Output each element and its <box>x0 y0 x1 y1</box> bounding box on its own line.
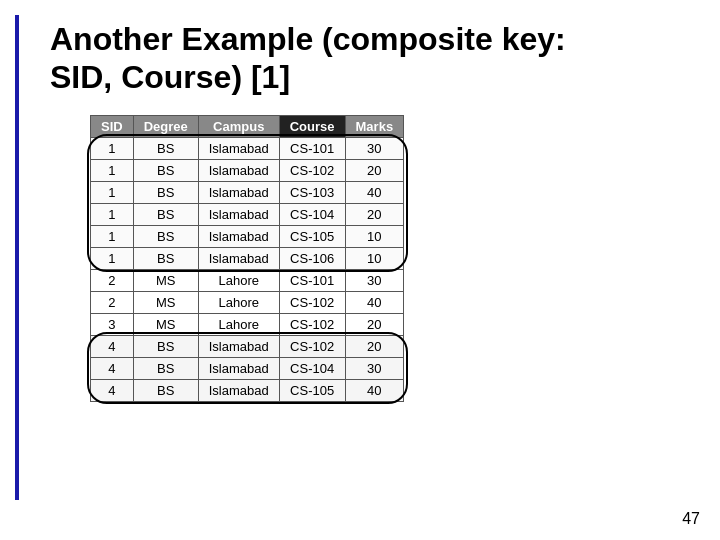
table-row: 1BSIslamabadCS-10130 <box>91 137 404 159</box>
table-row: 1BSIslamabadCS-10610 <box>91 247 404 269</box>
slide-title: Another Example (composite key: SID, Cou… <box>50 20 690 97</box>
cell-course: CS-102 <box>279 335 345 357</box>
cell-sid: 4 <box>91 357 134 379</box>
cell-campus: Islamabad <box>198 203 279 225</box>
header-marks: Marks <box>345 115 404 137</box>
cell-campus: Lahore <box>198 269 279 291</box>
cell-course: CS-105 <box>279 225 345 247</box>
cell-sid: 4 <box>91 335 134 357</box>
table-row: 3MSLahoreCS-10220 <box>91 313 404 335</box>
table-header-row: SID Degree Campus Course Marks <box>91 115 404 137</box>
title-line1: Another Example (composite key: <box>50 21 566 57</box>
cell-marks: 20 <box>345 159 404 181</box>
left-border-decoration <box>15 15 19 500</box>
cell-sid: 1 <box>91 203 134 225</box>
table-row: 1BSIslamabadCS-10340 <box>91 181 404 203</box>
cell-marks: 30 <box>345 357 404 379</box>
table-row: 1BSIslamabadCS-10510 <box>91 225 404 247</box>
cell-sid: 1 <box>91 159 134 181</box>
cell-marks: 30 <box>345 137 404 159</box>
cell-degree: BS <box>133 159 198 181</box>
cell-degree: BS <box>133 181 198 203</box>
header-degree: Degree <box>133 115 198 137</box>
cell-campus: Islamabad <box>198 335 279 357</box>
cell-course: CS-102 <box>279 291 345 313</box>
cell-degree: BS <box>133 247 198 269</box>
cell-marks: 40 <box>345 291 404 313</box>
cell-course: CS-105 <box>279 379 345 401</box>
cell-campus: Islamabad <box>198 357 279 379</box>
cell-degree: MS <box>133 269 198 291</box>
cell-sid: 3 <box>91 313 134 335</box>
cell-degree: BS <box>133 379 198 401</box>
cell-marks: 40 <box>345 379 404 401</box>
table-row: 4BSIslamabadCS-10220 <box>91 335 404 357</box>
table-wrapper: SID Degree Campus Course Marks 1BSIslama… <box>90 115 690 402</box>
table-row: 1BSIslamabadCS-10420 <box>91 203 404 225</box>
cell-marks: 20 <box>345 313 404 335</box>
header-sid: SID <box>91 115 134 137</box>
table-row: 2MSLahoreCS-10240 <box>91 291 404 313</box>
cell-course: CS-104 <box>279 357 345 379</box>
cell-sid: 1 <box>91 225 134 247</box>
cell-sid: 1 <box>91 247 134 269</box>
cell-campus: Lahore <box>198 313 279 335</box>
cell-marks: 40 <box>345 181 404 203</box>
cell-course: CS-102 <box>279 313 345 335</box>
header-course: Course <box>279 115 345 137</box>
cell-campus: Islamabad <box>198 181 279 203</box>
cell-campus: Lahore <box>198 291 279 313</box>
cell-marks: 20 <box>345 203 404 225</box>
cell-campus: Islamabad <box>198 225 279 247</box>
table-row: 2MSLahoreCS-10130 <box>91 269 404 291</box>
cell-campus: Islamabad <box>198 137 279 159</box>
cell-degree: BS <box>133 335 198 357</box>
cell-sid: 2 <box>91 269 134 291</box>
cell-marks: 10 <box>345 225 404 247</box>
cell-degree: BS <box>133 137 198 159</box>
cell-campus: Islamabad <box>198 159 279 181</box>
cell-course: CS-101 <box>279 137 345 159</box>
table-row: 4BSIslamabadCS-10540 <box>91 379 404 401</box>
slide-container: Another Example (composite key: SID, Cou… <box>0 0 720 540</box>
cell-campus: Islamabad <box>198 379 279 401</box>
cell-course: CS-103 <box>279 181 345 203</box>
cell-degree: MS <box>133 313 198 335</box>
cell-sid: 1 <box>91 181 134 203</box>
cell-degree: BS <box>133 225 198 247</box>
title-line2: SID, Course) [1] <box>50 59 290 95</box>
cell-degree: MS <box>133 291 198 313</box>
cell-sid: 4 <box>91 379 134 401</box>
data-table: SID Degree Campus Course Marks 1BSIslama… <box>90 115 404 402</box>
cell-marks: 30 <box>345 269 404 291</box>
table-row: 1BSIslamabadCS-10220 <box>91 159 404 181</box>
cell-degree: BS <box>133 357 198 379</box>
cell-degree: BS <box>133 203 198 225</box>
cell-marks: 10 <box>345 247 404 269</box>
cell-course: CS-101 <box>279 269 345 291</box>
page-number: 47 <box>682 510 700 528</box>
cell-course: CS-106 <box>279 247 345 269</box>
cell-sid: 2 <box>91 291 134 313</box>
cell-course: CS-104 <box>279 203 345 225</box>
cell-marks: 20 <box>345 335 404 357</box>
header-campus: Campus <box>198 115 279 137</box>
cell-course: CS-102 <box>279 159 345 181</box>
table-row: 4BSIslamabadCS-10430 <box>91 357 404 379</box>
cell-campus: Islamabad <box>198 247 279 269</box>
cell-sid: 1 <box>91 137 134 159</box>
